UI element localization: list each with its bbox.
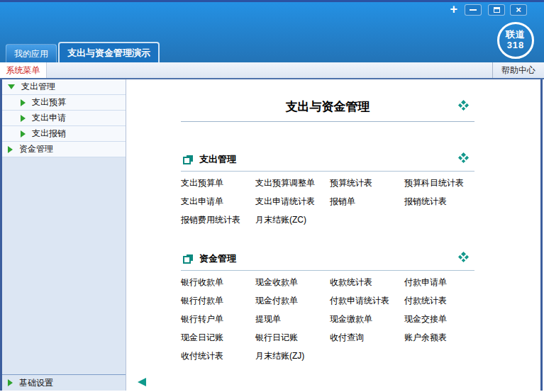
menu-link[interactable]: 银行日记账 [255,328,330,347]
help-center-button[interactable]: 帮助中心 [492,62,544,78]
sidebar: 支出管理支出预算支出申请支出报销资金管理 基础设置 [0,79,126,391]
right-edge-divider [540,79,543,391]
body: 支出管理支出预算支出申请支出报销资金管理 基础设置 支出与资金管理 支出管理 [0,79,544,391]
tab-bar: 我的应用 支出与资金管理演示 [6,42,161,62]
sidebar-item-1[interactable]: 支出预算 [2,95,126,111]
menu-link[interactable]: 报销单 [330,192,404,211]
menu-link[interactable]: 账户余额表 [404,328,474,347]
menu-link[interactable]: 预算统计表 [330,174,404,192]
collapsed-arrow-icon [8,379,13,386]
collapsed-arrow-icon[interactable] [21,115,26,122]
section-title: 资金管理 [199,252,236,265]
section-header: 资金管理 [181,252,474,271]
menu-link[interactable]: 提现单 [255,310,330,328]
menu-link[interactable]: 现金收款单 [255,273,330,291]
sidebar-item-0[interactable]: 支出管理 [2,79,126,95]
collapse-sidebar-icon[interactable] [138,378,146,386]
menu-link[interactable]: 现金日记账 [181,328,255,347]
menu-link[interactable]: 月末结账(ZC) [255,211,330,229]
diamond-icon [458,252,470,263]
sidebar-filler [2,157,126,374]
sidebar-tree: 支出管理支出预算支出申请支出报销资金管理 [2,79,126,157]
diamond-icon [458,100,470,111]
cascade-windows-icon [183,155,193,164]
section-title: 支出管理 [199,153,236,166]
minimize-icon [470,9,477,11]
collapsed-arrow-icon[interactable] [21,99,26,106]
collapsed-arrow-icon[interactable] [21,130,26,138]
sidebar-item-label: 支出预算 [32,96,66,108]
menu-link[interactable]: 银行付款单 [181,291,255,310]
menu-link[interactable]: 收款统计表 [330,273,404,291]
content-inner: 支出与资金管理 支出管理 支出预算单支出预算调整单预算统计表预算科目统计表支出申… [181,79,474,365]
menu-link[interactable]: 支出预算单 [181,174,255,192]
section-fund-management: 资金管理 银行收款单现金收款单收款统计表付款申请单银行付款单现金付款单付款申请统… [181,252,474,365]
close-button[interactable]: × [510,4,527,16]
menu-link[interactable]: 现金付款单 [255,291,330,310]
page-title-row: 支出与资金管理 [181,99,474,122]
add-tab-icon[interactable]: + [450,3,457,16]
diamond-icon [458,152,470,164]
menu-link[interactable]: 银行转户单 [181,310,255,328]
sidebar-item-2[interactable]: 支出申请 [2,111,126,126]
sidebar-item-basic-settings[interactable]: 基础设置 [2,374,126,391]
application-window: + × 联道 318 我的应用 支出与资金管理演示 系统菜单 帮助中心 支出管理… [0,0,544,392]
section-header: 支出管理 [181,153,474,172]
expanded-arrow-icon[interactable] [8,84,15,89]
menu-link[interactable]: 现金交接单 [404,310,474,328]
cascade-windows-icon [183,254,193,264]
menu-link[interactable]: 付款申请统计表 [330,291,404,310]
link-grid: 银行收款单现金收款单收款统计表付款申请单银行付款单现金付款单付款申请统计表付款统… [181,271,474,365]
menu-link[interactable]: 付款统计表 [404,291,474,310]
sidebar-item-label: 支出报销 [32,128,66,140]
menu-link[interactable]: 支出预算调整单 [255,174,330,192]
logo-line1: 联道 [506,30,526,40]
sidebar-item-label: 基础设置 [19,377,53,389]
menu-link[interactable]: 支出申请单 [181,192,255,211]
sidebar-item-label: 支出申请 [32,112,66,124]
menu-link[interactable]: 收付统计表 [181,347,255,365]
menu-link[interactable]: 收付查询 [330,328,404,347]
menu-link[interactable]: 支出申请统计表 [255,192,330,211]
menu-link[interactable]: 预算科目统计表 [404,174,474,192]
maximize-icon [494,7,500,13]
system-menu-button[interactable]: 系统菜单 [0,62,47,78]
section-expense-management: 支出管理 支出预算单支出预算调整单预算统计表预算科目统计表支出申请单支出申请统计… [181,153,474,229]
sidebar-item-label: 资金管理 [19,143,53,155]
tab-my-apps[interactable]: 我的应用 [6,44,57,62]
tab-expense-fund-demo[interactable]: 支出与资金管理演示 [58,42,160,62]
sidebar-item-label: 支出管理 [21,81,55,93]
menu-bar: 系统菜单 帮助中心 [0,62,544,79]
collapsed-arrow-icon[interactable] [8,146,13,153]
page-title: 支出与资金管理 [286,100,370,113]
logo-line2: 318 [507,40,525,51]
menu-link[interactable]: 银行收款单 [181,273,255,291]
maximize-button[interactable] [488,4,505,16]
menu-link[interactable]: 月末结账(ZJ) [255,347,330,365]
sidebar-item-4[interactable]: 资金管理 [2,142,126,157]
title-bar: + × 联道 318 我的应用 支出与资金管理演示 [0,0,544,62]
menu-link[interactable]: 现金缴款单 [330,310,404,328]
minimize-button[interactable] [465,4,482,16]
menu-link[interactable]: 报销统计表 [404,192,474,211]
main-content: 支出与资金管理 支出管理 支出预算单支出预算调整单预算统计表预算科目统计表支出申… [126,79,544,391]
link-grid: 支出预算单支出预算调整单预算统计表预算科目统计表支出申请单支出申请统计表报销单报… [181,172,474,229]
menu-link[interactable]: 报销费用统计表 [181,211,255,229]
menu-link[interactable]: 付款申请单 [404,273,474,291]
sidebar-item-3[interactable]: 支出报销 [2,126,126,142]
brand-logo: 联道 318 [497,22,534,59]
close-icon: × [516,5,521,15]
